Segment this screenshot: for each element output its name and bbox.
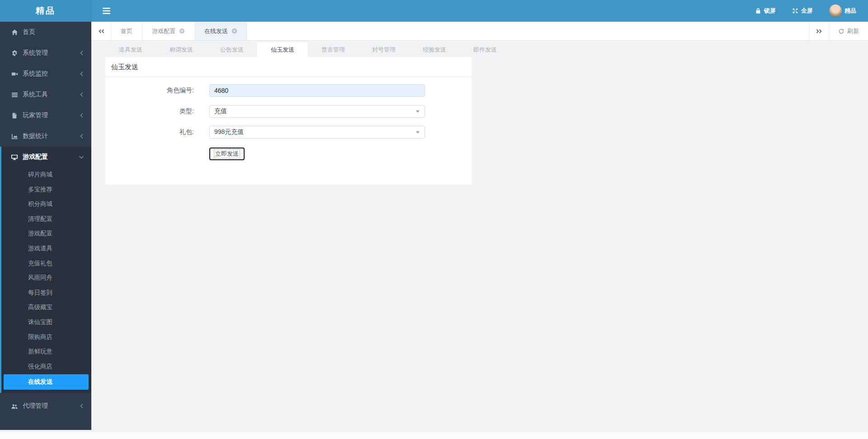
sidebar-item-home[interactable]: 首页	[0, 22, 91, 43]
send-form: 角色编号: 类型: 充值 礼包: 998元充值	[105, 77, 472, 160]
sidebar-subitem-zhuxian-map[interactable]: 诛仙宝图	[1, 315, 91, 330]
panel-body: 仙玉发送 角色编号: 类型: 充值 礼包: 998元充值	[105, 57, 472, 185]
scroll-tabs-right-button[interactable]	[809, 22, 829, 40]
window-tab-label: 游戏配置	[152, 27, 175, 35]
tab-item-send[interactable]: 道具发送	[105, 42, 156, 57]
refresh-icon	[838, 28, 844, 34]
hamburger-icon	[103, 8, 110, 14]
window-tab-bar: 首页 游戏配置 在线发送 刷新	[91, 22, 868, 41]
content-panel: 道具发送 称谓发送 公告发送 仙玉发送 禁言管理 封号管理 经验发送 邮件发送 …	[105, 42, 472, 185]
role-id-input[interactable]	[209, 84, 425, 97]
sidebar-subitem-daily-signin[interactable]: 每日签到	[1, 286, 91, 301]
send-now-button[interactable]: 立即发送	[209, 148, 245, 160]
type-select[interactable]: 充值	[209, 105, 425, 118]
window-tab-game-config[interactable]: 游戏配置	[142, 22, 195, 40]
fullscreen-button[interactable]: 全屏	[792, 7, 813, 15]
sidebar-subitem-online-send[interactable]: 在线发送	[4, 374, 89, 390]
form-row-gift: 礼包: 998元充值	[105, 126, 472, 138]
chevron-left-icon	[80, 403, 84, 409]
close-circle-icon[interactable]	[231, 28, 237, 34]
sidebar-item-system-monitor[interactable]: 系统监控	[0, 63, 91, 84]
window-tab-online-send[interactable]: 在线发送	[195, 22, 247, 40]
tab-mute-manage[interactable]: 禁言管理	[308, 42, 359, 57]
sidebar-subitem-game-config[interactable]: 游戏配置	[1, 226, 91, 241]
send-now-label: 立即发送	[214, 150, 240, 158]
sidebar: 首页 系统管理 系统监控 系统工具 玩家管理	[0, 22, 91, 430]
topbar-right-controls: 锁屏 全屏 精品	[755, 0, 868, 22]
sidebar-item-label: 首页	[23, 28, 35, 36]
top-bar: 精品 锁屏 全屏 精品	[0, 0, 868, 22]
sidebar-item-label: 游戏配置	[23, 153, 48, 161]
gift-label: 礼包:	[105, 128, 194, 136]
user-menu[interactable]: 精品	[829, 5, 856, 17]
sidebar-subitem-advanced-treasure[interactable]: 高级藏宝	[1, 300, 91, 315]
home-icon	[11, 29, 18, 36]
sidebar-item-game-config[interactable]: 游戏配置	[1, 147, 91, 167]
form-row-type: 类型: 充值	[105, 105, 472, 118]
tab-mail-send[interactable]: 邮件发送	[460, 42, 510, 57]
double-chevron-right-icon	[816, 29, 822, 34]
area-chart-icon	[11, 133, 18, 140]
chevron-left-icon	[80, 134, 84, 139]
type-label: 类型:	[105, 107, 194, 115]
sidebar-item-system-manage[interactable]: 系统管理	[0, 43, 91, 63]
scroll-tabs-left-button[interactable]	[91, 22, 111, 40]
bottom-strip	[0, 431, 868, 439]
tabbar-spacer	[247, 22, 809, 40]
sidebar-section-game-config: 游戏配置 碎片商城 多宝推荐 积分商城 清理配置 游戏配置 游戏道具 充值礼包 …	[0, 147, 91, 393]
sidebar-subitem-fresh-fun[interactable]: 新鲜玩意	[1, 344, 91, 359]
tab-title-send[interactable]: 称谓发送	[156, 42, 207, 57]
sidebar-toggle-button[interactable]	[96, 0, 117, 22]
gear-icon	[11, 50, 18, 57]
tab-exp-send[interactable]: 经验发送	[409, 42, 460, 57]
video-camera-icon	[11, 71, 18, 77]
user-name: 精品	[844, 7, 856, 15]
caret-down-icon	[416, 110, 420, 113]
sidebar-subitem-points-mall[interactable]: 积分商城	[1, 197, 91, 212]
lock-screen-label: 锁屏	[764, 7, 776, 15]
app-logo: 精品	[0, 0, 91, 22]
sidebar-subitem-fengyu-tongzhou[interactable]: 风雨同舟	[1, 271, 91, 286]
refresh-button[interactable]: 刷新	[829, 22, 868, 40]
chevron-left-icon	[80, 113, 84, 118]
document-icon	[11, 112, 18, 119]
content-tabs: 道具发送 称谓发送 公告发送 仙玉发送 禁言管理 封号管理 经验发送 邮件发送	[105, 42, 472, 57]
sidebar-subitem-recharge-pack[interactable]: 充值礼包	[1, 256, 91, 271]
fullscreen-label: 全屏	[801, 7, 813, 15]
form-row-role-id: 角色编号:	[105, 84, 472, 97]
gift-select-value: 998元充值	[214, 128, 244, 136]
main-area: 首页 游戏配置 在线发送 刷新 道具发	[91, 22, 868, 439]
sidebar-item-system-tools[interactable]: 系统工具	[0, 84, 91, 105]
sidebar-subitem-clean-config[interactable]: 清理配置	[1, 212, 91, 227]
sidebar-item-player-manage[interactable]: 玩家管理	[0, 105, 91, 126]
gift-select[interactable]: 998元充值	[209, 126, 425, 138]
sidebar-item-label: 系统监控	[23, 70, 48, 78]
double-chevron-left-icon	[98, 29, 104, 34]
tab-notice-send[interactable]: 公告发送	[207, 42, 257, 57]
sidebar-subitem-duobao-recommend[interactable]: 多宝推荐	[1, 182, 91, 197]
sidebar-subitem-fragment-mall[interactable]: 碎片商城	[1, 167, 91, 182]
sidebar-subitem-limited-shop[interactable]: 限购商店	[1, 330, 91, 345]
chevron-left-icon	[80, 50, 84, 56]
monitor-icon	[11, 154, 18, 161]
window-tab-label: 在线发送	[204, 27, 228, 35]
tab-xianyu-send[interactable]: 仙玉发送	[257, 42, 308, 57]
sidebar-item-label: 玩家管理	[23, 111, 48, 119]
section-title: 仙玉发送	[105, 57, 472, 77]
sidebar-item-label: 代理管理	[23, 402, 48, 410]
sidebar-item-label: 数据统计	[23, 132, 48, 140]
tab-ban-manage[interactable]: 封号管理	[359, 42, 409, 57]
users-icon	[11, 403, 18, 410]
chevron-left-icon	[80, 92, 84, 97]
sidebar-item-label: 系统工具	[23, 91, 48, 99]
sidebar-subitem-enhance-shop[interactable]: 强化商店	[1, 359, 91, 374]
refresh-label: 刷新	[847, 27, 859, 35]
close-circle-icon[interactable]	[179, 28, 185, 34]
sidebar-subitem-game-items[interactable]: 游戏道具	[1, 241, 91, 256]
lock-screen-button[interactable]: 锁屏	[755, 7, 776, 15]
button-row: 立即发送	[209, 148, 472, 160]
fullscreen-icon	[792, 8, 798, 14]
sidebar-item-data-stats[interactable]: 数据统计	[0, 126, 91, 147]
sidebar-item-agent-manage[interactable]: 代理管理	[0, 396, 91, 416]
window-tab-home[interactable]: 首页	[111, 22, 142, 40]
